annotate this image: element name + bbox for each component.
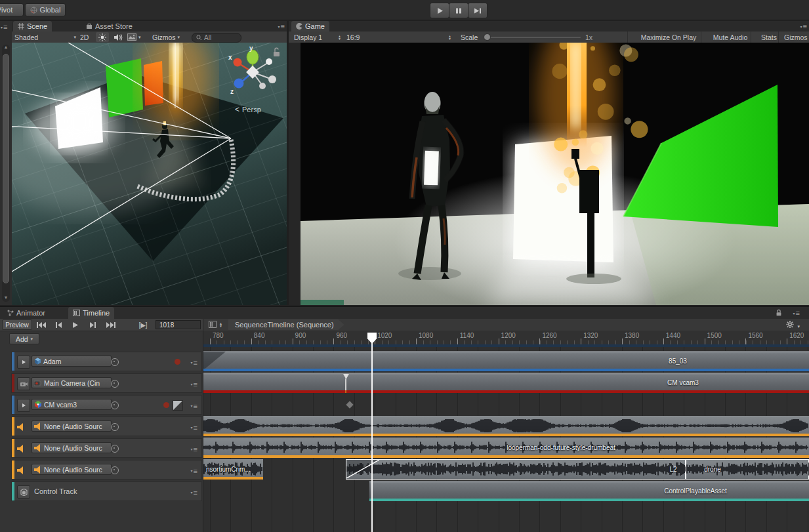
axis-neg-cone-2[interactable] <box>268 75 276 83</box>
scene-effects-dropdown[interactable]: ▾ <box>127 31 147 43</box>
track-mute-speaker-icon[interactable] <box>17 466 25 476</box>
axis-neg-cone-1[interactable] <box>266 58 272 65</box>
add-track-button[interactable]: Add ▾ <box>9 333 39 344</box>
play-button[interactable] <box>430 3 449 18</box>
scene-lighting-button[interactable] <box>96 32 109 42</box>
lock-icon[interactable] <box>775 309 783 317</box>
timeline-clip-controlplayableasset[interactable]: ControlPlayableAsset <box>369 481 809 501</box>
track-binding-field[interactable]: CM vcam3 <box>31 399 112 410</box>
track-header-cinemachine-brain-1[interactable]: Main Camera (Cin▾≡ <box>11 373 202 393</box>
track-binding-field[interactable]: None (Audio Sourc <box>31 420 112 432</box>
clips-area[interactable]: 85_03CM vcam3looperman-odd-future-style-… <box>203 347 809 532</box>
timeline-selector-icon[interactable]: ▲▼ <box>219 322 222 327</box>
track-header-audio-3[interactable]: None (Audio Sourc▾≡ <box>11 417 202 436</box>
stats-button[interactable]: Stats <box>751 31 781 43</box>
curves-icon[interactable] <box>173 400 183 411</box>
game-viewport[interactable] <box>289 43 809 305</box>
vertical-scrollbar[interactable]: ▲ ▼ <box>2 45 10 302</box>
record-toggle[interactable] <box>175 359 180 365</box>
track-menu-icon[interactable]: ▾≡ <box>191 401 197 409</box>
scale-slider[interactable] <box>484 37 581 38</box>
shading-mode-dropdown[interactable]: Shaded ▾ <box>14 31 77 43</box>
mute-audio-button[interactable]: Mute Audio <box>701 31 754 43</box>
track-menu-icon[interactable]: ▾≡ <box>191 379 197 388</box>
track-binding-field[interactable]: Adam <box>31 356 112 367</box>
scene-viewport[interactable]: y x z <box>12 43 287 305</box>
play-range-button[interactable]: [▶] <box>135 319 152 330</box>
track-target-icon[interactable] <box>111 445 119 453</box>
goto-end-button[interactable] <box>102 319 119 330</box>
breadcrumb[interactable]: SequenceTimeline (Sequence) <box>228 319 344 330</box>
track-menu-icon[interactable]: ▾≡ <box>191 444 197 453</box>
perspective-toggle[interactable]: < Persp <box>235 105 261 114</box>
track-header-audio-4[interactable]: None (Audio Sourc▾≡ <box>11 438 202 458</box>
timeline-clip[interactable] <box>203 416 809 436</box>
track-mute-speaker-icon[interactable] <box>17 423 25 432</box>
maximize-on-play-button[interactable]: Maximize On Play <box>627 31 704 43</box>
track-menu-icon[interactable]: ▾≡ <box>191 358 197 366</box>
scroll-up-arrow-icon[interactable]: ▲ <box>2 45 10 51</box>
track-expand-button[interactable] <box>17 399 30 412</box>
track-header-audio-5[interactable]: None (Audio Sourc▾≡ <box>11 460 202 480</box>
track-menu-icon[interactable]: ▾≡ <box>191 422 197 431</box>
step-button[interactable] <box>468 3 487 18</box>
next-frame-button[interactable] <box>85 319 100 330</box>
keyframe-diamond[interactable] <box>346 401 353 408</box>
scrollbar-thumb[interactable] <box>3 54 9 283</box>
track-mute-speaker-icon[interactable] <box>17 445 25 454</box>
timeline-clip-85-03[interactable]: 85_03 <box>203 351 809 371</box>
tab-asset-store[interactable]: Asset Store <box>81 21 137 31</box>
track-menu-icon[interactable]: ▾≡ <box>191 487 197 496</box>
track-target-icon[interactable] <box>111 401 119 409</box>
track-expand-button[interactable] <box>17 356 30 369</box>
game-gizmos-dropdown[interactable]: Gizmos ▾ <box>778 31 809 43</box>
track-header-control-6[interactable]: Control Track▾≡ <box>11 481 202 501</box>
pivot-toggle-button[interactable]: Pivot <box>0 3 24 16</box>
timeline-clip-looperman-odd-future-style-drumbeat[interactable]: looperman-odd-future-style-drumbeat <box>203 438 809 458</box>
timeline-clip-cm-vcam3[interactable]: CM vcam3 <box>203 373 809 393</box>
timeline-clip-l2[interactable]: L2 <box>346 459 686 480</box>
timeline-ruler[interactable]: 7808409009601020108011401200126013201380… <box>203 331 809 347</box>
gizmos-dropdown[interactable]: Gizmos ▾ <box>152 31 180 43</box>
scene-search-input[interactable]: All <box>192 33 241 43</box>
tab-timeline[interactable]: Timeline <box>68 307 114 319</box>
track-menu-icon[interactable]: ▾≡ <box>191 466 197 474</box>
axis-x-cone[interactable] <box>234 58 242 67</box>
goto-start-button[interactable] <box>34 319 49 330</box>
track-target-icon[interactable] <box>111 380 119 388</box>
gear-icon[interactable] <box>785 320 795 329</box>
record-toggle[interactable] <box>163 402 169 408</box>
panel-menu-icon[interactable]: ▾≡ <box>1 24 7 30</box>
timeline-play-button[interactable] <box>68 319 83 330</box>
aspect-ratio-dropdown[interactable]: 16:9 ▲▼ <box>346 31 451 43</box>
timeline-panel-menu-icon[interactable]: ▾≡ <box>793 310 800 316</box>
preview-toggle-button[interactable]: Preview <box>2 319 32 330</box>
2d-toggle-button[interactable]: 2D <box>80 31 89 43</box>
tab-scene[interactable]: Scene <box>13 21 52 31</box>
game-panel-menu-icon[interactable]: ▾≡ <box>800 23 807 30</box>
display-dropdown[interactable]: Display 1 ▲▼ <box>294 31 341 43</box>
timeline-clip-drone[interactable]: drone <box>686 459 809 480</box>
scene-audio-button[interactable] <box>112 31 125 43</box>
track-binding-field[interactable]: Main Camera (Cin <box>31 377 112 388</box>
track-target-icon[interactable] <box>111 423 119 431</box>
axis-y-cone[interactable] <box>247 50 259 64</box>
axis-neg-cone-3[interactable] <box>259 83 266 89</box>
track-target-icon[interactable] <box>111 358 119 366</box>
track-header-cinemachine-shot-2[interactable]: CM vcam3▾≡ <box>11 395 202 415</box>
gear-caret-icon[interactable]: ▾ <box>797 324 800 329</box>
scale-slider-thumb[interactable] <box>484 33 491 41</box>
global-toggle-button[interactable]: Global <box>25 3 66 16</box>
current-frame-field[interactable]: 1018 <box>156 320 201 329</box>
pause-button[interactable] <box>449 3 468 18</box>
track-icon-button[interactable] <box>17 377 30 390</box>
timeline-clip-nsortiumcrim-[interactable]: nsortiumCrim... <box>203 459 263 480</box>
scene-panel-menu-icon[interactable]: ▾≡ <box>278 23 285 30</box>
track-binding-field[interactable]: None (Audio Sourc <box>31 464 112 475</box>
tab-game[interactable]: Game <box>291 21 329 31</box>
scroll-down-arrow-icon[interactable]: ▼ <box>2 295 10 302</box>
track-binding-field[interactable]: None (Audio Sourc <box>31 442 112 453</box>
prev-frame-button[interactable] <box>51 319 66 330</box>
tab-animator[interactable]: Animator <box>3 307 50 319</box>
track-icon-button[interactable] <box>17 485 30 499</box>
